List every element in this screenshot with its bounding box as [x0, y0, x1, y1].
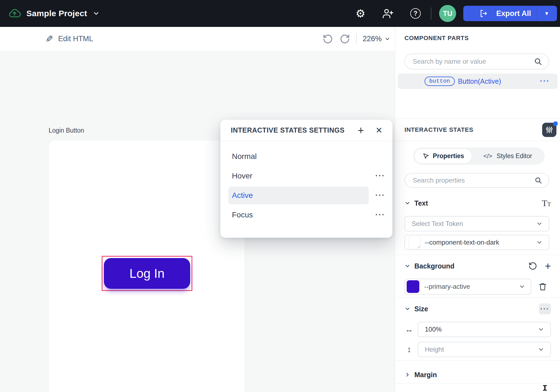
artboard-label: Login Button: [49, 127, 84, 134]
project-title: Sample Project: [26, 9, 87, 18]
chevron-down-icon: [404, 200, 411, 206]
add-state-button[interactable]: +: [358, 125, 364, 136]
settings-button[interactable]: ⚙: [347, 8, 374, 19]
edit-html-button[interactable]: ✎ Edit HTML: [45, 33, 93, 44]
chevron-down-icon: [93, 10, 100, 17]
text-color-dropdown[interactable]: --component-text-on-dark: [404, 235, 549, 250]
design-canvas[interactable]: Login Button Log In INTERACTIVE STATES S…: [0, 51, 395, 392]
padding-section-header[interactable]: Padding: [404, 388, 551, 392]
export-icon: [479, 9, 488, 18]
reset-button[interactable]: [528, 262, 537, 270]
more-options-icon: ···: [540, 307, 550, 310]
tab-properties[interactable]: Properties: [414, 149, 472, 164]
part-tag-badge: button: [425, 77, 455, 86]
help-button[interactable]: ?: [402, 8, 429, 19]
view-mode-tabs: Properties </> Styles Editor: [413, 147, 545, 165]
zoom-level: 226%: [363, 35, 382, 43]
toolbar-right: 226%: [323, 33, 390, 45]
toolbar-divider: [356, 33, 357, 45]
top-bar: Sample Project ⚙ ?: [0, 0, 560, 27]
close-modal-button[interactable]: ✕: [376, 126, 382, 135]
color-swatch-primary-active: [407, 280, 419, 293]
project-switcher[interactable]: Sample Project: [8, 7, 100, 20]
properties-sidebar: COMPONENT PARTS button Button(Active) ··…: [395, 27, 560, 392]
zoom-level-dropdown[interactable]: 226%: [363, 35, 390, 43]
add-user-button[interactable]: [374, 8, 402, 19]
state-row-active: Active ···: [228, 186, 387, 205]
export-all-button[interactable]: Export All ▾: [463, 6, 557, 21]
modal-header: INTERACTIVE STATES SETTINGS + ✕: [220, 120, 392, 141]
more-options-icon[interactable]: ···: [369, 194, 387, 197]
size-options-button[interactable]: ···: [539, 303, 551, 314]
size-section-header[interactable]: Size ···: [404, 303, 551, 315]
tab-styles-editor[interactable]: </> Styles Editor: [472, 152, 544, 160]
more-options-icon[interactable]: ···: [369, 213, 387, 217]
help-icon: ?: [410, 8, 421, 19]
chevron-down-icon: [538, 346, 544, 353]
modal-title: INTERACTIVE STATES SETTINGS: [231, 126, 345, 134]
plus-icon: +: [545, 260, 551, 272]
chevron-down-icon: [536, 220, 543, 227]
state-item[interactable]: Normal: [228, 148, 369, 165]
component-parts-heading: COMPONENT PARTS: [404, 35, 469, 42]
delete-background-button[interactable]: [538, 282, 547, 291]
chevron-down-icon: [404, 263, 411, 269]
background-token-dropdown[interactable]: --primary-active: [404, 279, 531, 295]
background-section-header[interactable]: Background +: [404, 261, 551, 271]
more-options-icon[interactable]: ···: [369, 174, 387, 178]
trash-icon: [538, 282, 547, 291]
editor-toolbar: ✎ Edit HTML: [0, 27, 395, 51]
states-settings-button[interactable]: [542, 123, 556, 137]
divider: [395, 383, 560, 383]
edit-html-label: Edit HTML: [58, 35, 93, 43]
more-options-icon[interactable]: ···: [540, 79, 550, 83]
plus-icon: +: [358, 124, 364, 136]
search-properties-input[interactable]: [413, 177, 534, 184]
height-placeholder: Height: [425, 346, 444, 353]
height-row: ↕ Height: [404, 342, 551, 357]
text-token-dropdown[interactable]: Select Text Token: [404, 216, 549, 231]
divider: [395, 255, 560, 255]
add-user-icon: [382, 8, 394, 19]
height-dropdown[interactable]: Height: [418, 342, 551, 357]
height-arrow-icon: ↕: [404, 345, 414, 354]
interactive-states-header: INTERACTIVE STATES: [395, 119, 560, 141]
width-dropdown[interactable]: 100%: [418, 322, 551, 337]
selection-box: Log In: [102, 256, 192, 291]
top-bar-actions: ⚙ ? TU: [347, 5, 557, 22]
state-item[interactable]: Hover: [228, 167, 369, 185]
width-arrow-icon: ↔: [404, 325, 414, 334]
interactive-states-heading: INTERACTIVE STATES: [404, 126, 473, 133]
search-input[interactable]: [413, 58, 534, 65]
color-swatch-white: [408, 236, 420, 248]
state-item-selected[interactable]: Active: [228, 187, 369, 204]
background-section-label: Background: [414, 262, 454, 270]
cursor-pointer-icon: [422, 153, 429, 160]
properties-search[interactable]: [404, 173, 549, 188]
component-part-item[interactable]: button Button(Active) ···: [398, 74, 558, 89]
chevron-down-icon: [536, 239, 543, 246]
text-style-icon[interactable]: TT: [542, 198, 551, 208]
editor-pane: ✎ Edit HTML: [0, 27, 395, 392]
notification-dot: [553, 121, 558, 126]
state-row-hover: Hover ···: [228, 166, 387, 186]
margin-section-header[interactable]: Margin: [404, 366, 551, 383]
part-name: Button(Active): [458, 77, 501, 85]
avatar[interactable]: TU: [439, 5, 456, 22]
text-color-token: --component-text-on-dark: [425, 239, 499, 246]
export-dropdown-button[interactable]: ▾: [536, 6, 557, 21]
chevron-down-icon: [519, 283, 525, 290]
margin-section-label: Margin: [414, 371, 437, 379]
redo-button[interactable]: [340, 34, 350, 44]
divider: [395, 141, 560, 141]
undo-button[interactable]: [323, 34, 333, 44]
triangle-down-icon: ▾: [545, 10, 548, 17]
text-section-header[interactable]: Text TT: [404, 198, 551, 208]
login-button[interactable]: Log In: [104, 258, 190, 289]
state-item[interactable]: Focus: [228, 206, 369, 224]
add-background-button[interactable]: +: [545, 261, 551, 271]
chevron-right-icon: [404, 372, 411, 378]
chevron-down-icon: [404, 306, 411, 312]
component-parts-search[interactable]: [404, 54, 549, 69]
text-token-placeholder: Select Text Token: [412, 220, 463, 228]
